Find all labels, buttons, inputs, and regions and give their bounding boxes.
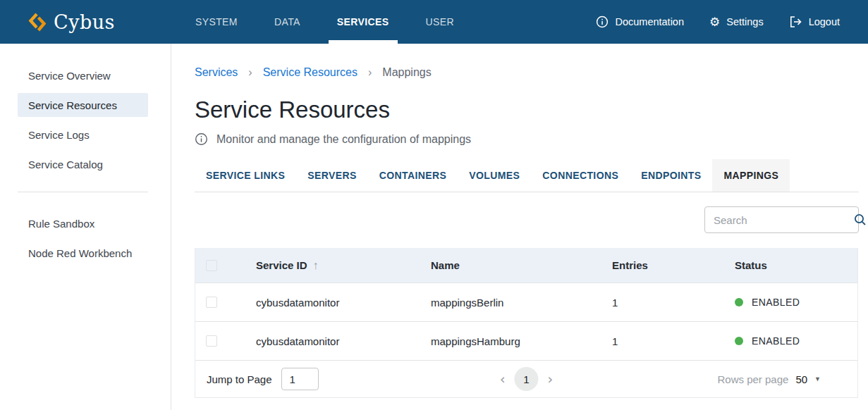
nav-item-services[interactable]: SERVICES (329, 0, 398, 44)
documentation-label: Documentation (615, 16, 684, 27)
header-checkbox-cell (195, 260, 245, 271)
table-header-row: Service ID ↑ Name Entries Status (195, 248, 857, 282)
previous-page-icon[interactable]: ‹ (500, 371, 506, 387)
status-enabled-dot (735, 298, 743, 306)
gear-icon: ⚙ (709, 16, 720, 28)
tab-endpoints[interactable]: ENDPOINTS (630, 159, 712, 192)
cell-status: ENABLED (723, 335, 857, 347)
breadcrumb: Services › Service Resources › Mappings (195, 65, 859, 80)
logout-label: Logout (809, 16, 840, 27)
nav-item-data[interactable]: DATA (266, 0, 309, 44)
mappings-table: Service ID ↑ Name Entries Status cybusda… (195, 248, 858, 398)
rows-per-page-select[interactable]: Rows per page 50 ▼ (717, 373, 821, 385)
page-number-button[interactable]: 1 (515, 367, 539, 391)
tab-service-links[interactable]: SERVICE LINKS (195, 159, 296, 192)
cell-entries: 1 (601, 335, 723, 347)
breadcrumb-current-mappings: Mappings (382, 66, 431, 79)
sidebar-item-service-catalog[interactable]: Service Catalog (18, 152, 148, 176)
tab-containers[interactable]: CONTAINERS (368, 159, 458, 192)
resource-tabs: SERVICE LINKS SERVERS CONTAINERS VOLUMES… (195, 159, 859, 192)
sort-ascending-icon[interactable]: ↑ (313, 259, 319, 272)
search-row (195, 206, 859, 233)
jump-to-page-label: Jump to Page (207, 373, 272, 385)
search-icon[interactable] (854, 213, 867, 226)
top-bar: Cybus SYSTEM DATA SERVICES USER Document… (0, 0, 868, 44)
status-badge: ENABLED (752, 297, 800, 308)
column-header-entries[interactable]: Entries (601, 259, 723, 271)
cell-name: mappingsHamburg (420, 335, 601, 347)
sidebar-item-service-resources[interactable]: Service Resources (18, 93, 148, 117)
logout-icon (789, 15, 802, 28)
tab-connections[interactable]: CONNECTIONS (531, 159, 630, 192)
search-input[interactable] (714, 214, 854, 226)
settings-button[interactable]: ⚙ Settings (709, 16, 764, 28)
logout-button[interactable]: Logout (789, 15, 840, 28)
sidebar-divider (18, 192, 148, 192)
top-actions: Documentation ⚙ Settings Logout (596, 15, 840, 28)
table-row[interactable]: cybusdatamonitor mappingsBerlin 1 ENABLE… (195, 282, 857, 321)
tab-servers[interactable]: SERVERS (296, 159, 367, 192)
cell-service-id: cybusdatamonitor (245, 335, 420, 347)
breadcrumb-separator: › (368, 66, 372, 79)
status-badge: ENABLED (752, 335, 800, 347)
nav-item-system[interactable]: SYSTEM (187, 0, 246, 44)
tab-volumes[interactable]: VOLUMES (458, 159, 531, 192)
top-navigation: SYSTEM DATA SERVICES USER (177, 0, 472, 44)
logo-text: Cybus (54, 11, 115, 33)
sidebar-item-service-logs[interactable]: Service Logs (18, 123, 148, 147)
next-page-icon[interactable]: › (548, 371, 554, 387)
page-description: Monitor and manage the configuration of … (195, 132, 859, 146)
cybus-logo[interactable]: Cybus (28, 11, 115, 33)
breadcrumb-separator: › (248, 66, 252, 79)
select-all-checkbox[interactable] (206, 260, 217, 271)
cybus-logo-icon (28, 12, 47, 32)
row-checkbox-cell (195, 297, 245, 308)
documentation-button[interactable]: Documentation (596, 15, 684, 28)
main-content: Services › Service Resources › Mappings … (171, 44, 868, 410)
rows-per-page-value: 50 (795, 373, 807, 385)
cell-status: ENABLED (723, 297, 857, 308)
page-description-text: Monitor and manage the configuration of … (216, 133, 471, 146)
rows-per-page-label: Rows per page (717, 373, 788, 385)
info-icon (596, 15, 609, 28)
tab-mappings[interactable]: MAPPINGS (712, 159, 790, 192)
nav-item-user[interactable]: USER (417, 0, 463, 44)
column-label-service-id: Service ID (256, 259, 307, 271)
table-footer: Jump to Page ‹ 1 › Rows per page 50 ▼ (195, 360, 857, 397)
cell-service-id: cybusdatamonitor (245, 297, 420, 309)
sidebar-item-node-red-workbench[interactable]: Node Red Workbench (18, 241, 148, 265)
chevron-down-icon: ▼ (814, 375, 821, 383)
cell-entries: 1 (601, 297, 723, 309)
search-box (704, 206, 859, 233)
breadcrumb-link-service-resources[interactable]: Service Resources (263, 66, 357, 79)
table-row[interactable]: cybusdatamonitor mappingsHamburg 1 ENABL… (195, 321, 857, 360)
sidebar-item-rule-sandbox[interactable]: Rule Sandbox (18, 211, 148, 235)
column-header-name[interactable]: Name (420, 259, 601, 271)
sidebar-item-service-overview[interactable]: Service Overview (18, 63, 148, 87)
page-title: Service Resources (195, 95, 859, 125)
row-checkbox[interactable] (206, 335, 217, 347)
column-header-status[interactable]: Status (723, 259, 857, 271)
info-icon (195, 132, 208, 146)
row-checkbox-cell (195, 335, 245, 347)
jump-to-page-input[interactable] (281, 368, 319, 390)
settings-label: Settings (726, 16, 763, 27)
cell-name: mappingsBerlin (420, 297, 601, 309)
sidebar: Service Overview Service Resources Servi… (0, 44, 171, 410)
breadcrumb-link-services[interactable]: Services (195, 66, 238, 79)
content-shell: Service Overview Service Resources Servi… (0, 44, 868, 410)
pager: ‹ 1 › (500, 367, 553, 391)
status-enabled-dot (735, 337, 743, 345)
column-header-service-id[interactable]: Service ID ↑ (245, 259, 420, 272)
row-checkbox[interactable] (206, 297, 217, 308)
